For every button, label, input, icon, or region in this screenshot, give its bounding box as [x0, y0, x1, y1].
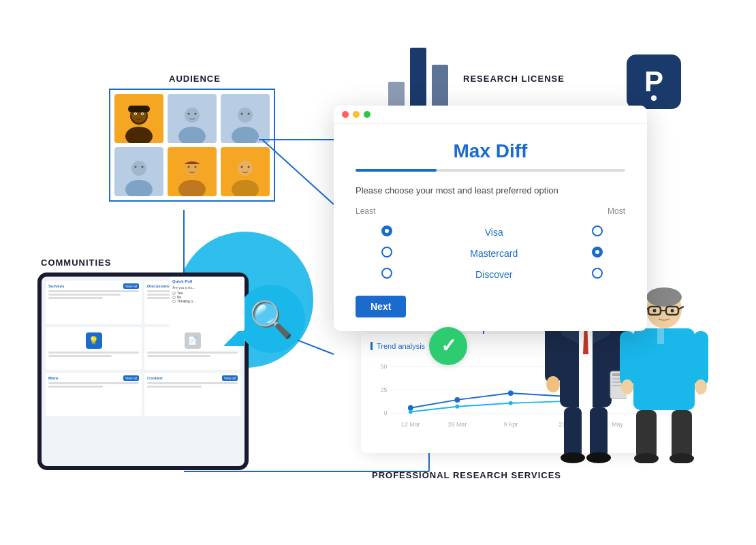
- audience-label: AUDIENCE: [169, 74, 221, 84]
- avatar-1: [114, 94, 163, 143]
- svg-point-15: [178, 127, 206, 143]
- svg-point-51: [409, 410, 413, 414]
- svg-point-33: [241, 166, 243, 168]
- avatar-6: [221, 147, 270, 196]
- svg-point-30: [195, 166, 197, 168]
- svg-text:12 Mar: 12 Mar: [401, 421, 420, 428]
- svg-point-25: [135, 166, 137, 168]
- svg-point-23: [125, 180, 153, 196]
- svg-point-68: [546, 376, 560, 392]
- radio-visa-most[interactable]: [569, 221, 625, 243]
- svg-point-53: [509, 401, 513, 405]
- svg-text:26 Mar: 26 Mar: [448, 421, 467, 428]
- search-icon: 🔍: [249, 299, 294, 341]
- svg-point-46: [408, 405, 413, 411]
- svg-marker-89: [657, 328, 664, 344]
- professional-services-label: PROFESSIONAL RESEARCH SERVICES: [372, 470, 561, 480]
- svg-point-12: [135, 113, 136, 114]
- svg-rect-90: [620, 331, 635, 386]
- p-logo-dot: [651, 95, 657, 101]
- svg-point-18: [195, 113, 197, 115]
- svg-rect-75: [564, 407, 582, 458]
- green-checkmark: ✓: [429, 327, 467, 365]
- svg-rect-76: [590, 407, 608, 458]
- communities-tablet: Surveys View all Discussions View all 💡: [37, 272, 249, 470]
- window-dot-green: [364, 111, 371, 118]
- survey-title: Max Diff: [356, 140, 625, 162]
- avatar-4: [114, 147, 163, 196]
- tablet-surveys-card: Surveys View all: [46, 281, 142, 324]
- research-license-label: RESEARCH LICENSE: [463, 74, 565, 84]
- col-most: Most: [569, 206, 625, 221]
- svg-point-26: [142, 166, 144, 168]
- svg-point-27: [178, 180, 206, 196]
- svg-point-77: [561, 452, 585, 463]
- svg-point-47: [454, 397, 460, 403]
- avatar-2: [168, 94, 217, 143]
- bar-chart: [388, 27, 448, 109]
- table-row: Visa: [356, 221, 625, 243]
- item-visa: Visa: [419, 221, 569, 243]
- bar-3: [432, 65, 448, 109]
- check-icon: ✓: [441, 337, 456, 356]
- col-least: Least: [356, 206, 419, 221]
- radio-circle-empty-2[interactable]: [381, 247, 392, 258]
- svg-rect-95: [672, 410, 692, 459]
- svg-point-48: [508, 390, 514, 396]
- tablet-card6: Content View all: [144, 373, 240, 416]
- item-mastercard: Mastercard: [419, 243, 569, 264]
- radio-visa-least[interactable]: [356, 221, 419, 243]
- radio-circle-empty-3[interactable]: [381, 268, 392, 279]
- radio-mc-least[interactable]: [356, 243, 419, 264]
- svg-point-34: [248, 166, 250, 168]
- window-dot-red: [342, 111, 349, 118]
- next-button[interactable]: Next: [356, 296, 406, 317]
- item-discover: Discover: [419, 264, 569, 285]
- svg-point-87: [671, 309, 674, 313]
- svg-point-21: [241, 113, 243, 115]
- table-row: Discover: [356, 264, 625, 285]
- svg-point-78: [586, 452, 611, 463]
- radio-disc-least[interactable]: [356, 264, 419, 285]
- tablet-ideas-card: 💡: [46, 327, 142, 371]
- radio-mc-most[interactable]: [569, 243, 625, 264]
- svg-point-17: [188, 113, 190, 115]
- radio-disc-most[interactable]: [569, 264, 625, 285]
- svg-point-22: [248, 113, 250, 115]
- svg-point-8: [125, 127, 153, 143]
- svg-point-13: [142, 113, 143, 114]
- bar-1: [388, 82, 405, 109]
- progress-bar-wrap: [356, 169, 625, 172]
- svg-point-24: [131, 161, 146, 176]
- svg-point-52: [455, 405, 459, 409]
- tablet-card5: More View all: [46, 373, 142, 416]
- survey-window: Max Diff Please choose your most and lea…: [334, 106, 647, 331]
- window-dot-yellow: [353, 111, 360, 118]
- svg-rect-14: [128, 106, 150, 112]
- svg-point-20: [238, 108, 253, 123]
- survey-options-table: Least Most Visa: [356, 206, 625, 285]
- tablet-quick-poll: Quick Poll Are you a vis... Yes No Think…: [170, 277, 245, 331]
- survey-question: Please choose your most and least prefer…: [356, 185, 625, 196]
- radio-circle-empty[interactable]: [592, 225, 603, 236]
- svg-point-86: [653, 309, 657, 313]
- radio-circle-checked-2[interactable]: [592, 247, 603, 258]
- svg-point-92: [621, 379, 633, 394]
- p-logo: P: [627, 54, 681, 109]
- col-item: [419, 206, 569, 221]
- radio-circle-empty-4[interactable]: [592, 268, 603, 279]
- svg-point-93: [695, 379, 707, 394]
- svg-point-29: [188, 166, 190, 168]
- table-row: Mastercard: [356, 243, 625, 264]
- communities-label: COMMUNITIES: [41, 258, 111, 268]
- svg-point-16: [185, 108, 200, 123]
- audience-grid: [109, 89, 275, 202]
- tablet-screen: Surveys View all Discussions View all 💡: [42, 277, 245, 466]
- bar-2: [410, 48, 426, 109]
- svg-text:9 Apr: 9 Apr: [504, 421, 518, 428]
- progress-bar-fill: [356, 169, 437, 172]
- svg-text:25: 25: [381, 386, 388, 393]
- p-logo-letter: P: [644, 65, 663, 98]
- svg-point-32: [238, 161, 253, 176]
- radio-circle-checked[interactable]: [381, 225, 392, 236]
